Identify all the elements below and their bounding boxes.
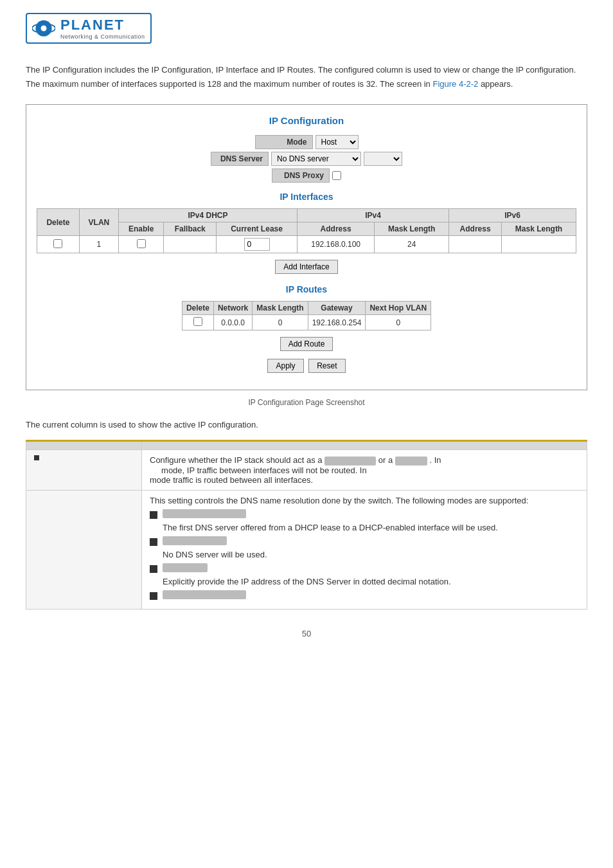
- mode-control: Host Router: [315, 135, 359, 149]
- th-routes-next-hop-vlan: Next Hop VLAN: [366, 302, 431, 315]
- th-ipv4-dhcp: IPv4 DHCP: [119, 209, 298, 222]
- dns-proxy-checkbox[interactable]: [332, 171, 341, 180]
- add-route-button[interactable]: Add Route: [280, 337, 333, 351]
- th-address-v6: Address: [449, 222, 502, 236]
- mode-select[interactable]: Host Router: [315, 135, 359, 149]
- screenshot-caption: IP Configuration Page Screenshot: [26, 398, 587, 407]
- th-mask-length: Mask Length: [375, 222, 449, 236]
- add-interface-row: Add Interface: [37, 258, 576, 275]
- bullet-mode: [34, 455, 39, 460]
- dns-proxy-label: DNS Proxy: [272, 168, 330, 183]
- interface-fallback: [164, 236, 217, 253]
- th-delete: Delete: [37, 209, 80, 236]
- desc-mode-right: Configure whether the IP stack should ac…: [142, 450, 587, 491]
- highlight-bar-nodns: [163, 536, 227, 545]
- desc-header-row: [26, 441, 587, 450]
- desc-mode-left: [26, 450, 142, 491]
- logo-text: PLANET Networking & Communication: [60, 17, 145, 40]
- interface-mask-length-v6: [502, 236, 576, 253]
- route-network: 0.0.0.0: [213, 315, 252, 330]
- planet-logo-icon: [32, 17, 55, 40]
- dns-server-label: DNS Server: [211, 152, 269, 166]
- dns-server-select[interactable]: No DNS server From DHCP Configured: [271, 152, 361, 166]
- route-row: 0.0.0.0 0 192.168.0.254 0: [182, 315, 431, 330]
- dns-proxy-control: [332, 171, 341, 180]
- dns-bullet-4: [150, 590, 579, 600]
- th-current-lease: Current Lease: [217, 222, 298, 236]
- route-next-hop-vlan: 0: [366, 315, 431, 330]
- description-table: Configure whether the IP stack should ac…: [26, 440, 587, 610]
- mode-row: Mode Host Router: [37, 135, 576, 149]
- th-enable: Enable: [119, 222, 164, 236]
- desc-row-dns: This setting controls the DNS name resol…: [26, 490, 587, 609]
- ip-routes-title: IP Routes: [37, 284, 576, 294]
- add-route-row: Add Route: [37, 336, 576, 352]
- logo-area: PLANET Networking & Communication: [26, 13, 587, 44]
- interface-current-lease[interactable]: [244, 238, 270, 251]
- bullet-icon-2: [150, 538, 157, 546]
- route-mask-length: 0: [253, 315, 308, 330]
- route-gateway: 192.168.0.254: [308, 315, 366, 330]
- dns-bullet-2-text: No DNS server will be used.: [163, 550, 579, 559]
- th-address: Address: [297, 222, 374, 236]
- interface-row: 1 192.168.0.100 24: [37, 236, 576, 253]
- intro-paragraph: The IP Configuration includes the IP Con…: [26, 63, 587, 91]
- current-col-description: The current column is used to show the a…: [26, 420, 587, 429]
- desc-row-mode: Configure whether the IP stack should ac…: [26, 450, 587, 491]
- interface-address: 192.168.0.100: [297, 236, 374, 253]
- apply-button[interactable]: Apply: [267, 359, 303, 373]
- highlight-bar-configured: [163, 563, 208, 572]
- th-ipv6: IPv6: [449, 209, 576, 222]
- desc-dns-left: [26, 490, 142, 609]
- th-routes-delete: Delete: [182, 302, 213, 315]
- routes-table: Delete Network Mask Length Gateway Next …: [182, 301, 431, 330]
- desc-header-right: [142, 441, 587, 450]
- bullet-icon-4: [150, 592, 157, 600]
- th-routes-gateway: Gateway: [308, 302, 366, 315]
- logo-tagline: Networking & Communication: [60, 33, 145, 40]
- logo-name: PLANET: [60, 17, 145, 33]
- reset-button[interactable]: Reset: [308, 359, 345, 373]
- add-interface-button[interactable]: Add Interface: [275, 260, 337, 274]
- interface-enable-checkbox[interactable]: [137, 239, 146, 248]
- mode-label: Mode: [255, 135, 313, 149]
- interfaces-table: Delete VLAN IPv4 DHCP IPv4 IPv6 Enable F…: [37, 208, 576, 253]
- svg-point-2: [41, 26, 47, 32]
- dns-bullet-2: [150, 536, 579, 546]
- highlight-bar-4: [163, 590, 246, 599]
- desc-dns-right: This setting controls the DNS name resol…: [142, 490, 587, 609]
- desc-header-left: [26, 441, 142, 450]
- highlight-bar-host: [324, 457, 376, 466]
- dns-bullet-3-text: Explicitly provide the IP address of the…: [163, 577, 579, 586]
- interface-vlan: 1: [79, 236, 118, 253]
- route-delete-checkbox[interactable]: [193, 317, 202, 326]
- dns-server-select2[interactable]: [364, 152, 402, 166]
- dns-server-row: DNS Server No DNS server From DHCP Confi…: [37, 152, 576, 166]
- dns-proxy-row: DNS Proxy: [37, 168, 576, 183]
- dns-bullet-3: [150, 563, 579, 573]
- dns-bullet-1: [150, 509, 579, 519]
- action-buttons-row: Apply Reset: [37, 357, 576, 374]
- th-routes-network: Network: [213, 302, 252, 315]
- interface-address-v6: [449, 236, 502, 253]
- figure-link[interactable]: Figure 4-2-2: [432, 79, 478, 89]
- highlight-bar-router: [395, 457, 427, 466]
- page-number: 50: [26, 629, 587, 638]
- dns-server-control: No DNS server From DHCP Configured: [271, 152, 402, 166]
- interface-mask-length: 24: [375, 236, 449, 253]
- dns-intro-text: This setting controls the DNS name resol…: [150, 496, 579, 505]
- th-routes-mask-length: Mask Length: [253, 302, 308, 315]
- th-mask-length-v6: Mask Length: [502, 222, 576, 236]
- intro-text-after: appears.: [478, 79, 513, 89]
- ip-interfaces-title: IP Interfaces: [37, 192, 576, 202]
- th-vlan: VLAN: [79, 209, 118, 236]
- bullet-icon-1: [150, 511, 157, 519]
- logo-box: PLANET Networking & Communication: [26, 13, 152, 44]
- th-ipv4: IPv4: [297, 209, 449, 222]
- bullet-icon-3: [150, 565, 157, 573]
- th-fallback: Fallback: [164, 222, 217, 236]
- highlight-bar-fromdhcp: [163, 509, 246, 518]
- dns-bullet-1-text: The first DNS server offered from a DHCP…: [163, 523, 579, 532]
- ip-config-title: IP Configuration: [37, 115, 576, 126]
- interface-delete-checkbox[interactable]: [53, 239, 62, 248]
